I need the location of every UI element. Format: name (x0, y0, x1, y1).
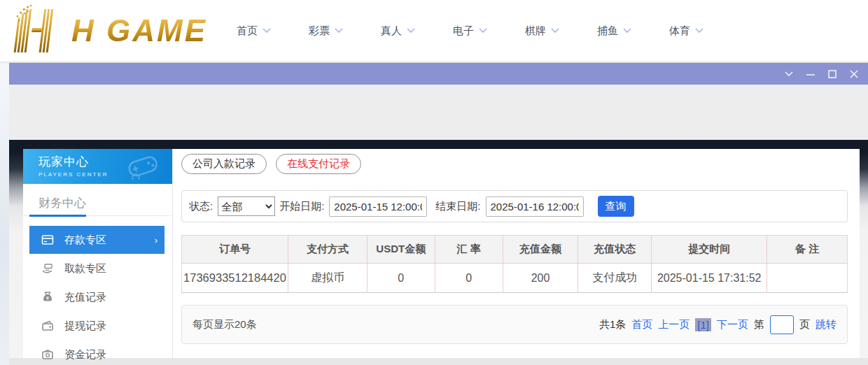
withdraw-wallet-icon (41, 320, 54, 332)
withdraw-hand-icon (41, 262, 54, 275)
nav-item-cards[interactable]: 棋牌 (525, 24, 559, 38)
gamepad-icon (126, 152, 164, 182)
filter-bar: 状态: 全部 开始日期: 结束日期: 查询 (181, 190, 848, 222)
col-recharge-amount: 充值金额 (503, 236, 578, 264)
pagination-bar: 每页显示20条 共1条 首页 上一页 [1] 下一页 第 页 跳转 (181, 305, 848, 344)
start-date-input[interactable] (329, 196, 427, 217)
prev-page-link[interactable]: 上一页 (658, 318, 690, 331)
cell-usdt-amount: 0 (367, 264, 435, 293)
section-underline (29, 215, 86, 217)
sidebar-section-finance: 财务中心 (23, 184, 172, 216)
logo-text: H GAME (71, 13, 207, 48)
nav-item-slots[interactable]: 电子 (453, 24, 487, 38)
chevron-down-icon (262, 28, 271, 34)
tab-label: 公司入款记录 (192, 157, 255, 171)
chevron-down-icon (335, 28, 343, 34)
chevron-down-icon (479, 28, 487, 34)
sidebar-item-label: 充值记录 (64, 291, 106, 304)
page-size-text: 每页显示20条 (192, 318, 257, 331)
sidebar-item-label: 存款专区 (64, 234, 106, 247)
table-header-row: 订单号 支付方式 USDT金额 汇 率 充值金额 充值状态 提交时间 备 注 (182, 236, 848, 264)
cell-exchange-rate: 0 (435, 264, 503, 293)
nav-label: 捕鱼 (597, 24, 618, 38)
funds-purse-icon (41, 348, 54, 361)
jump-page-input[interactable] (770, 315, 794, 334)
col-usdt-amount: USDT金额 (367, 236, 435, 264)
nav-item-fishing[interactable]: 捕鱼 (597, 24, 631, 38)
next-page-link[interactable]: 下一页 (717, 318, 748, 331)
tab-online-payment-records[interactable]: 在线支付记录 (276, 154, 361, 174)
cell-recharge-amount: 200 (503, 264, 578, 293)
titlebar-chevron-down-icon[interactable] (781, 66, 797, 82)
tab-label: 在线支付记录 (287, 157, 350, 171)
jump-prefix-label: 第 (754, 318, 764, 331)
logo: H GAME (10, 6, 207, 56)
sidebar-item-recharge-records[interactable]: 充值记录 (29, 283, 164, 311)
nav-item-sports[interactable]: 体育 (669, 24, 704, 38)
cell-remark (767, 264, 848, 293)
chevron-right-icon: › (155, 235, 158, 245)
sidebar-item-funds-records[interactable]: 资金记录 (29, 341, 164, 365)
chevron-down-icon (623, 28, 631, 34)
chevron-down-icon (551, 28, 559, 34)
sidebar-item-withdrawal-records[interactable]: 提现记录 (29, 312, 164, 340)
maximize-icon[interactable] (825, 66, 840, 82)
deposit-card-icon (41, 234, 54, 246)
tab-company-deposit-records[interactable]: 公司入款记录 (181, 154, 267, 174)
window-titlebar (9, 63, 868, 85)
sidebar-header: 玩家中心 PLAYERS CENTER (23, 149, 172, 184)
site-header: H GAME 首页 彩票 真人 电子 棋牌 捕鱼 体育 (0, 0, 868, 62)
nav-label: 电子 (453, 24, 474, 38)
sidebar-section-label: 财务中心 (38, 196, 86, 210)
nav-label: 体育 (669, 24, 690, 38)
cell-recharge-status: 支付成功 (578, 264, 652, 293)
first-page-link[interactable]: 首页 (631, 318, 652, 331)
main-nav: 首页 彩票 真人 电子 棋牌 捕鱼 体育 (237, 0, 741, 62)
current-page-indicator: [1] (695, 318, 711, 331)
jump-suffix-label: 页 (799, 318, 810, 331)
col-payment-method: 支付方式 (288, 236, 367, 264)
minimize-icon[interactable] (803, 66, 818, 82)
col-remark: 备 注 (767, 236, 848, 264)
end-date-label: 结束日期: (435, 200, 480, 213)
sidebar-menu: 存款专区 › 取款专区 充值记录 提现记录 资金记录 (23, 216, 172, 365)
nav-label: 棋牌 (525, 24, 546, 38)
sidebar-item-label: 提现记录 (64, 320, 106, 333)
nav-item-lottery[interactable]: 彩票 (309, 24, 343, 38)
sidebar-item-label: 资金记录 (64, 348, 106, 362)
end-date-input[interactable] (486, 196, 584, 217)
jump-button[interactable]: 跳转 (816, 318, 836, 331)
cell-payment-method: 虚拟币 (288, 264, 367, 293)
nav-label: 真人 (381, 24, 402, 38)
records-table: 订单号 支付方式 USDT金额 汇 率 充值金额 充值状态 提交时间 备 注 1… (181, 235, 848, 293)
nav-label: 彩票 (309, 24, 330, 38)
query-button[interactable]: 查询 (598, 196, 634, 217)
logo-bars-icon (10, 5, 69, 57)
status-label: 状态: (189, 200, 213, 213)
table-row: 1736933512184420 虚拟币 0 0 200 支付成功 2025-0… (182, 264, 848, 293)
chevron-down-icon (407, 28, 415, 34)
cell-submit-time: 2025-01-15 17:31:52 (652, 264, 767, 293)
nav-item-live[interactable]: 真人 (381, 24, 415, 38)
start-date-label: 开始日期: (279, 200, 324, 213)
chevron-down-icon (695, 28, 704, 34)
col-recharge-status: 充值状态 (578, 236, 652, 264)
sidebar: 玩家中心 PLAYERS CENTER 财务中心 存款专区 › (23, 149, 172, 358)
col-exchange-rate: 汇 率 (435, 236, 503, 264)
content-panel: 公司入款记录 在线支付记录 状态: 全部 开始日期: 结束日期: 查询 订单号 … (172, 149, 860, 358)
col-order-number: 订单号 (182, 236, 288, 264)
recharge-bag-icon (41, 291, 54, 303)
cell-order-number: 1736933512184420 (182, 264, 288, 293)
nav-label: 首页 (237, 24, 258, 38)
sidebar-item-withdraw[interactable]: 取款专区 (29, 255, 164, 282)
status-select[interactable]: 全部 (218, 196, 275, 216)
sidebar-item-label: 取款专区 (64, 262, 106, 275)
nav-item-home[interactable]: 首页 (237, 24, 271, 38)
sidebar-item-deposit[interactable]: 存款专区 › (29, 226, 164, 254)
pagination-controls: 共1条 首页 上一页 [1] 下一页 第 页 跳转 (594, 315, 836, 334)
record-tabs: 公司入款记录 在线支付记录 (181, 154, 370, 174)
total-count: 共1条 (599, 318, 626, 331)
page-left-margin (0, 62, 9, 365)
close-icon[interactable] (846, 66, 862, 82)
col-submit-time: 提交时间 (652, 236, 767, 264)
